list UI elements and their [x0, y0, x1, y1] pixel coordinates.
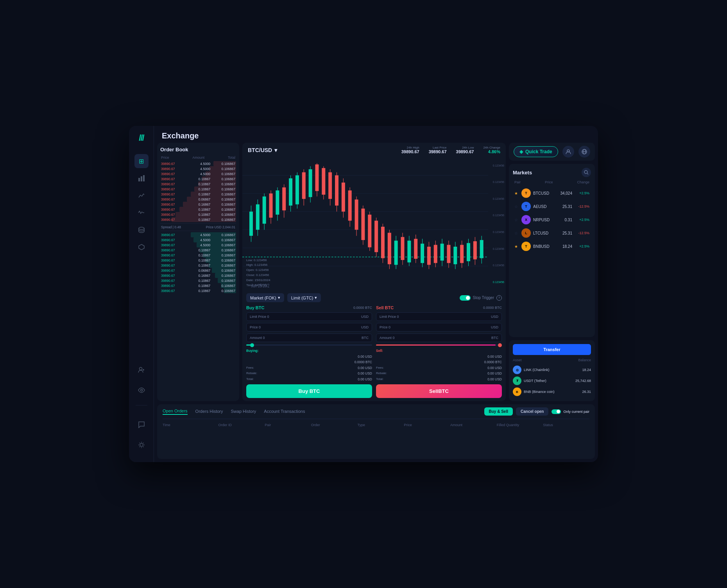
tab-orders-history[interactable]: Orders History: [195, 409, 223, 414]
spread-row: Spread | 0.48 Price USD 2,044.01: [160, 223, 236, 231]
pair-dropdown-icon[interactable]: ▾: [274, 147, 277, 153]
chart-section: BTC/USD ▾ 24h High 39890.67 Last Price 3…: [242, 143, 506, 401]
sell-limit-price-label: Limit Price 0: [380, 315, 491, 319]
buy-order-row[interactable]: 39890.67 0.06867 0.106867: [160, 268, 236, 273]
sell-price-field[interactable]: Price 0 USD: [376, 323, 502, 332]
sell-order-row[interactable]: 39890.67 4.5000 0.106867: [160, 166, 236, 171]
sell-col-balance: 0.0000 BTC: [483, 306, 502, 310]
sell-order-row[interactable]: 39890.67 0.10867 0.106867: [160, 181, 236, 186]
sell-order-row[interactable]: 39890.67 0.16867 0.106867: [160, 202, 236, 207]
globe-icon-btn[interactable]: [578, 146, 590, 158]
chart-stats: 24h High 39890.67 Last Price 39890.67 24…: [401, 146, 500, 154]
sidebar-item-eye[interactable]: [134, 383, 149, 397]
sidebar-item-chat[interactable]: [134, 418, 149, 432]
tab-account-transactions[interactable]: Account Transactions: [264, 409, 305, 414]
cancel-open-button[interactable]: Cancel open: [516, 407, 548, 416]
buy-order-row[interactable]: 39890.67 0.10867 0.106867: [160, 263, 236, 268]
market-list-item[interactable]: ★ T BTCUSD 34,024 +2.5%: [513, 186, 591, 200]
buy-price-field[interactable]: Price 0 USD: [246, 323, 372, 332]
sidebar-item-dashboard[interactable]: ⊞: [134, 154, 149, 168]
sell-orders: 39890.67 4.5000 0.106867 39890.67 4.5000…: [160, 161, 236, 222]
market-list-item[interactable]: ☆ T AEUSD 25.31 -12.5%: [513, 200, 591, 213]
sell-order-row[interactable]: 39890.67 0.10867 0.106867: [160, 186, 236, 192]
current-pair-toggle[interactable]: Only current pair: [552, 409, 589, 414]
market-star-icon[interactable]: ☆: [514, 231, 519, 235]
market-list-item[interactable]: ★ T BNBUSD 18.24 +2.5%: [513, 240, 591, 253]
buy-order-row[interactable]: 39890.67 0.10867 0.106867: [160, 253, 236, 258]
buy-slider[interactable]: [246, 344, 372, 346]
balance-row-item: B BNB (Binance coin) 26.31: [513, 386, 591, 397]
market-pair-name: NRPUSD: [533, 218, 562, 222]
buy-order-row[interactable]: 39890.67 4.5000 0.106867: [160, 232, 236, 237]
sell-order-row[interactable]: 39890.67 0.10867 0.106867: [160, 212, 236, 217]
market-star-icon[interactable]: ☆: [514, 218, 519, 222]
bottom-tabs: Open OrdersOrders HistorySwap HistoryAcc…: [163, 407, 589, 419]
sidebar-item-theme[interactable]: [134, 438, 149, 452]
svg-rect-36: [309, 169, 312, 197]
sell-order-row[interactable]: 39890.67 0.10867 0.106867: [160, 217, 236, 222]
buy-order-row[interactable]: 39890.67 0.10867 0.106867: [160, 278, 236, 283]
sidebar-item-signals[interactable]: [134, 206, 149, 220]
right-panel: ◈ Quick Trade Markets: [509, 143, 595, 401]
sidebar-item-storage[interactable]: [134, 223, 149, 237]
sell-order-row[interactable]: 39890.67 0.10867 0.106867: [160, 192, 236, 197]
transfer-button[interactable]: Transfer: [513, 344, 591, 355]
sell-amount-field[interactable]: Amount 0 BTC: [376, 333, 502, 342]
buy-order-row[interactable]: 39890.67 0.16867 0.106867: [160, 273, 236, 278]
buy-button[interactable]: Buy BTC: [246, 384, 372, 398]
pair-label: BTC/USD: [248, 147, 272, 153]
sell-limit-price-field[interactable]: Limit Price 0 USD: [376, 312, 502, 321]
svg-rect-28: [282, 187, 286, 210]
sell-order-row[interactable]: 39890.67 0.06867 0.106867: [160, 197, 236, 202]
buy-col-balance: 0.0000 BTC: [353, 306, 372, 310]
buy-order-row[interactable]: 39890.67 0.10867 0.106867: [160, 288, 236, 293]
buy-limit-price-field[interactable]: Limit Price 0 USD: [246, 312, 372, 321]
market-list-item[interactable]: ☆ X NRPUSD 0.31 +2.5%: [513, 213, 591, 226]
sidebar-item-analytics[interactable]: [134, 171, 149, 185]
svg-rect-88: [480, 240, 483, 258]
market-type-select[interactable]: Market (FOK) ▾: [246, 293, 284, 302]
pair-selector[interactable]: BTC/USD ▾: [248, 147, 277, 153]
stop-trigger-toggle[interactable]: Stop Trigger ?: [460, 295, 502, 301]
buy-order-row[interactable]: 39890.67 0.10867 0.106867: [160, 283, 236, 288]
svg-marker-4: [139, 244, 144, 250]
sell-order-row[interactable]: 39890.67 0.10867 0.106867: [160, 176, 236, 181]
buy-order-row[interactable]: 39890.67 0.10867 0.106867: [160, 258, 236, 263]
sell-order-row[interactable]: 39890.67 4.5000 0.106867: [160, 171, 236, 176]
market-star-icon[interactable]: ★: [514, 244, 519, 249]
buy-sell-tab-button[interactable]: Buy & Sell: [484, 407, 513, 416]
tab-open-orders[interactable]: Open Orders: [163, 409, 188, 415]
order-book-title: Order Book: [160, 147, 236, 152]
user-icon-btn[interactable]: [562, 146, 574, 158]
buy-amount-field[interactable]: Amount 0 BTC: [246, 333, 372, 342]
sell-order-row[interactable]: 39890.67 4.5000 0.106867: [160, 161, 236, 166]
market-star-icon[interactable]: ☆: [514, 204, 519, 209]
sell-limit-price-currency: USD: [491, 315, 498, 319]
sidebar-item-add-user[interactable]: [134, 363, 149, 377]
markets-search-icon[interactable]: [582, 168, 591, 177]
market-list-item[interactable]: ☆ L LTCUSD 25.31 -12.5%: [513, 226, 591, 240]
stop-trigger-dot[interactable]: [460, 295, 471, 301]
sell-slider[interactable]: [376, 344, 502, 346]
buy-price-currency: USD: [361, 325, 369, 329]
spread-label: Spread | 0.48: [161, 225, 181, 229]
sell-order-row[interactable]: 39890.67 0.10867 0.106867: [160, 207, 236, 212]
market-star-icon[interactable]: ★: [514, 191, 519, 195]
buy-order-row[interactable]: 39890.67 4.5000 0.106867: [160, 237, 236, 242]
current-pair-toggle-dot[interactable]: [552, 409, 561, 414]
sell-button[interactable]: SellBTC: [376, 384, 502, 398]
tab-swap-history[interactable]: Swap History: [231, 409, 256, 414]
buy-order-row[interactable]: 39890.67 0.10867 0.106867: [160, 247, 236, 253]
buy-order-row[interactable]: 39890.67 4.5000 0.106867: [160, 242, 236, 247]
market-pair-name: BTCUSD: [533, 191, 558, 195]
balance-asset-name: LINK (Chainlink): [524, 368, 580, 372]
sell-amount-currency: BTC: [491, 336, 498, 340]
table-header-amount: Amount: [450, 423, 497, 427]
quick-trade-button[interactable]: ◈ Quick Trade: [514, 146, 558, 157]
limit-type-select[interactable]: Limit (GTC) ▾: [287, 293, 321, 302]
market-col-price: Price: [545, 180, 553, 184]
svg-rect-68: [414, 239, 417, 259]
trading-area: Order Book Price Amount Total 39890.67 4…: [154, 143, 598, 404]
sidebar-item-charts[interactable]: [134, 188, 149, 203]
sidebar-item-polygon[interactable]: [134, 240, 149, 254]
